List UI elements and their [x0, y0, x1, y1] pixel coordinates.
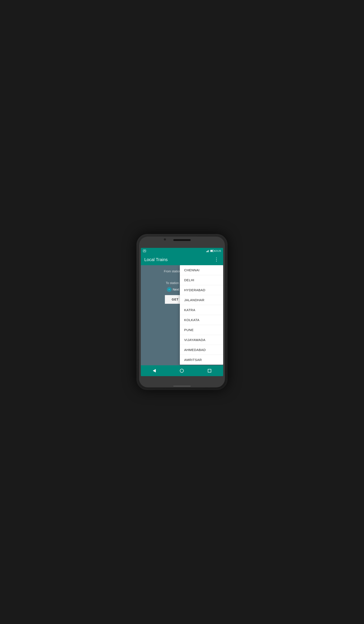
back-icon: [153, 369, 156, 372]
phone-bottom-bar: [173, 386, 191, 387]
dropdown-item-chennai[interactable]: CHENNAI: [180, 265, 223, 275]
home-button[interactable]: [176, 367, 188, 374]
dropdown-item-vijayawada[interactable]: VIJAYAWADA: [180, 335, 223, 345]
phone-camera: [164, 238, 166, 240]
status-time: 23:25: [215, 250, 221, 252]
screen: 23:25 Local Trains ⋮ From station code o…: [141, 248, 223, 376]
dropdown-item-jalandhar[interactable]: JALANDHAR: [180, 295, 223, 305]
phone-speaker: [173, 239, 191, 241]
main-content: From station code or name ✕ ⇅ To station…: [141, 265, 223, 365]
more-options-icon[interactable]: ⋮: [213, 256, 220, 263]
city-dropdown-menu: CHENNAI DELHI HYDERABAD JALANDHAR KATRA …: [180, 265, 223, 365]
dropdown-item-amritsar[interactable]: AMRITSAR: [180, 355, 223, 365]
next-2-hours-radio[interactable]: [167, 287, 171, 292]
screenshot-icon: [143, 250, 146, 252]
bottom-navigation: [141, 365, 223, 376]
dropdown-item-ahmedabad[interactable]: AHMEDABAD: [180, 345, 223, 355]
status-right: 23:25: [206, 250, 221, 252]
recents-icon: [208, 369, 211, 372]
dropdown-item-pune[interactable]: PUNE: [180, 325, 223, 335]
dropdown-item-kolkata[interactable]: KOLKATA: [180, 315, 223, 325]
dropdown-item-delhi[interactable]: DELHI: [180, 275, 223, 285]
home-icon: [180, 369, 184, 373]
app-bar: Local Trains ⋮: [141, 254, 223, 265]
status-bar: 23:25: [141, 248, 223, 254]
back-button[interactable]: [148, 367, 160, 374]
phone-device: 23:25 Local Trains ⋮ From station code o…: [136, 234, 228, 390]
dropdown-item-hyderabad[interactable]: HYDERABAD: [180, 285, 223, 295]
svg-rect-1: [144, 250, 145, 251]
battery-icon: [210, 250, 214, 252]
signal-icon: [206, 250, 209, 252]
app-title: Local Trains: [144, 257, 213, 262]
phone-inner: 23:25 Local Trains ⋮ From station code o…: [139, 237, 225, 387]
dropdown-item-katra[interactable]: KATRA: [180, 305, 223, 315]
recents-button[interactable]: [204, 367, 216, 374]
status-left: [143, 250, 146, 252]
